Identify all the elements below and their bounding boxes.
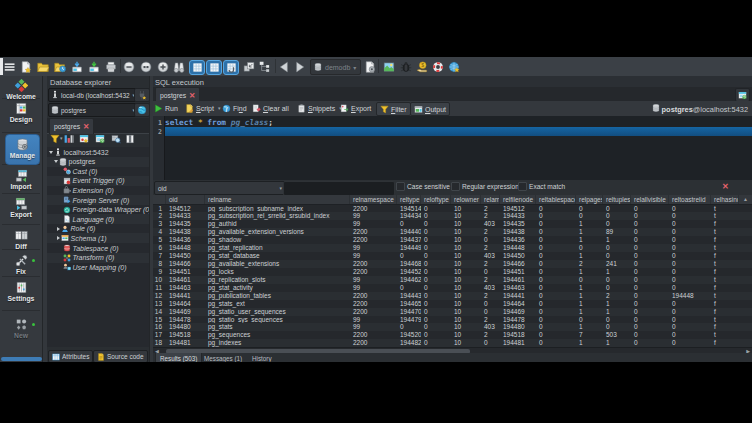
tree-item[interactable]: User Mapping (0) [47,262,149,272]
tree-item[interactable]: Foreign-data Wrapper (0) [47,205,149,215]
grid-cell[interactable]: pg_publication_tables [205,292,350,300]
grid-cell[interactable]: 0 [631,316,669,324]
close-icon[interactable]: ✕ [189,91,195,100]
grid-cell[interactable]: 0 [536,212,576,220]
grid-cell[interactable]: 194438 [166,228,205,236]
grid-cell[interactable]: 0 [669,308,711,316]
grid-cell[interactable]: 2200 [350,308,397,316]
grid-cell[interactable]: pg_statio_user_sequences [205,308,350,316]
grid-cell[interactable]: 194435 [166,220,205,228]
grid-cell[interactable]: 0 [631,268,669,276]
grid-cell[interactable]: 1 [576,339,603,347]
grid-cell[interactable]: 0 [536,205,576,213]
grid-cell[interactable]: 99 [350,220,397,228]
grid-cell[interactable]: 2200 [350,205,397,213]
grid-cell[interactable]: 403 [481,252,500,260]
grid-cell[interactable]: t [711,331,739,339]
grid-cell[interactable]: 0 [576,276,603,284]
grid-cell[interactable]: 194440 [397,228,421,236]
grid-cell[interactable]: 0 [421,205,451,213]
expander-open-icon[interactable] [54,160,58,163]
grid-cell[interactable]: 0 [631,244,669,252]
run-button[interactable]: Run [154,101,178,115]
tree-item[interactable]: Tablespace (0) [47,243,149,253]
grid-cell[interactable]: 0 [421,292,451,300]
grid-cell[interactable]: 10 [451,316,481,324]
sidebar-item-settings[interactable]: Settings [0,280,42,302]
grid-cell[interactable]: 0 [536,252,576,260]
grid-cell[interactable]: pg_subscription_rel_srrelid_srsubid_inde… [205,212,350,220]
grid-cell[interactable]: 10 [451,205,481,213]
grid-cell[interactable]: 0 [669,244,711,252]
grid-column-header-relpages[interactable]: relpages [576,195,603,204]
grid-cell[interactable]: 0 [576,244,603,252]
grid-cell[interactable]: 0 [631,284,669,292]
grid-vscroll-up[interactable]: ▲ [739,195,752,204]
connect-button[interactable] [134,88,150,102]
grid-cell[interactable]: 0 [631,300,669,308]
grid-row[interactable]: 12194441pg_publication_tables22001944430… [153,292,752,300]
grid-cell[interactable]: 0 [536,316,576,324]
bug-report-button[interactable] [399,60,413,73]
sidebar-item-design[interactable]: Design [0,101,42,123]
grid-cell[interactable]: 194465 [397,300,421,308]
nav-back-button[interactable] [277,60,291,73]
grid-cell[interactable]: 2 [481,244,500,252]
grid-cell[interactable]: 194461 [500,276,536,284]
grid-cell[interactable]: 0 [576,316,603,324]
grid-cell[interactable]: 0 [669,205,711,213]
grid-cell[interactable]: 10 [451,284,481,292]
grid-cell[interactable]: 194481 [166,339,205,347]
grid-cell[interactable]: 194448 [669,292,711,300]
import-archive-button[interactable] [70,60,84,73]
grid-cell[interactable]: 2 [481,331,500,339]
grid-cell[interactable]: 0 [631,276,669,284]
filter-clear-button[interactable]: ✕ [722,182,729,191]
grid-cell[interactable]: 0 [631,331,669,339]
grid-cell[interactable]: 0 [669,300,711,308]
filter-column-combobox[interactable]: oid ▾ [154,181,286,195]
grid-cell[interactable]: 0 [669,268,711,276]
grid-cell[interactable]: 194462 [397,276,421,284]
results-grid[interactable]: oidrelnamerelnamespacereltypereloftypere… [153,195,752,347]
grid-cell[interactable]: 0 [631,323,669,331]
grid-cell[interactable]: 194470 [397,308,421,316]
grid-cell[interactable]: 0 [631,228,669,236]
grid-cell[interactable]: 194518 [500,331,536,339]
grid-cell[interactable]: 0 [481,300,500,308]
grid-cell[interactable]: pg_shadow [205,236,350,244]
grid-cell[interactable]: 194463 [500,284,536,292]
checkbox-case-sensitive[interactable]: Case sensitive [396,182,450,191]
grid-cell[interactable]: f [711,323,739,331]
sql-editor[interactable]: 12 select * from pg_class; [153,116,752,180]
grid-cell[interactable]: 10 [451,339,481,347]
grid-cell[interactable]: 0 [669,228,711,236]
grid-cell[interactable]: t [711,228,739,236]
grid-cell[interactable]: 0 [421,228,451,236]
menu-button[interactable] [3,60,17,73]
grid-cell[interactable]: 1 [576,228,603,236]
grid-cell[interactable]: 99 [350,284,397,292]
grid-cell[interactable]: 0 [603,205,631,213]
grid-column-header-reltype[interactable]: reltype [397,195,421,204]
grid-cell[interactable]: 0 [421,339,451,347]
explorer-tab-postgres[interactable]: postgres ✕ [49,118,94,134]
grid-cell[interactable]: 0 [631,308,669,316]
grid-cell[interactable]: 0 [421,276,451,284]
grid-cell[interactable]: pg_stat_replication [205,244,350,252]
grid-row[interactable]: 4194438pg_available_extension_versions22… [153,228,752,236]
grid-cell[interactable]: 10 [451,276,481,284]
grid-cell[interactable]: 2200 [350,268,397,276]
grid-cell[interactable]: 10 [451,300,481,308]
open-folder-button[interactable] [36,60,50,73]
grid-view-button[interactable] [189,60,205,75]
grid-cell[interactable]: 0 [603,316,631,324]
grid-row[interactable]: 2194433pg_subscription_rel_srrelid_srsub… [153,212,752,220]
sidebar-item-welcome[interactable]: Welcome [0,78,42,100]
checkbox-exact-match[interactable]: Exact match [518,182,565,191]
grid-cell[interactable]: 403 [481,323,500,331]
grid-cell[interactable]: 0 [421,252,451,260]
grid-column-header-relnamespace[interactable]: relnamespace [350,195,397,204]
grid-cell[interactable]: 0 [536,323,576,331]
grid-cell[interactable]: 2 [481,205,500,213]
